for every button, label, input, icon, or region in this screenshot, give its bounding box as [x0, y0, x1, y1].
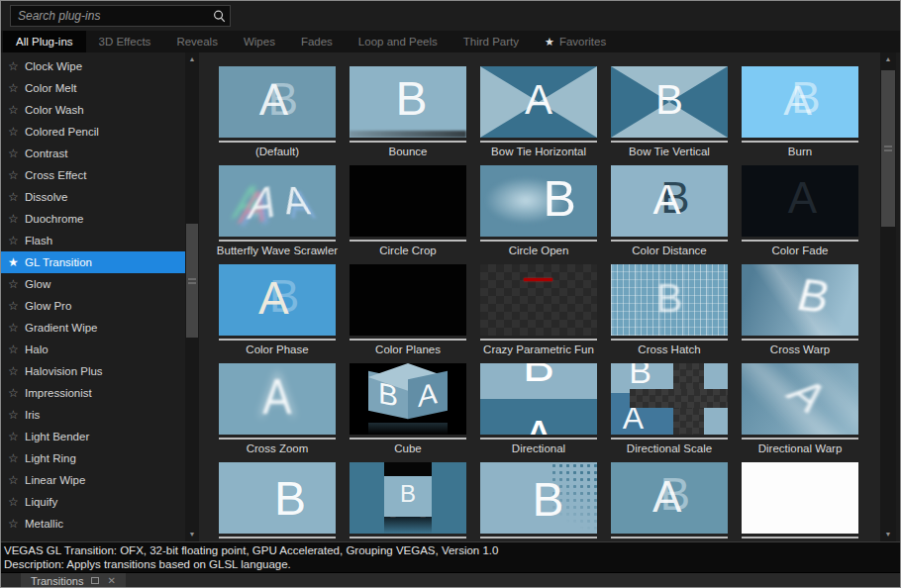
tab-wipes[interactable]: Wipes — [231, 31, 288, 52]
favorite-star-icon[interactable]: ☆ — [8, 343, 25, 356]
search-box[interactable] — [10, 5, 231, 27]
favorite-star-icon[interactable]: ☆ — [8, 473, 25, 487]
transition-tile-butterfly-wave-scrawler[interactable]: AA Butterfly Wave Scrawler — [212, 165, 343, 257]
sidebar-item-gradient-wipe[interactable]: ☆ Gradient Wipe — [1, 317, 185, 339]
tab-third-party[interactable]: Third Party — [450, 31, 532, 52]
scroll-up-icon[interactable]: ▲ — [185, 54, 199, 64]
transitions-window-tab[interactable]: Transitions ✕ — [21, 573, 126, 588]
transition-tile-r5door[interactable]: AB — [343, 462, 473, 541]
favorite-star-icon[interactable]: ☆ — [8, 234, 25, 247]
transition-tile-r5ab[interactable]: BA — [604, 462, 735, 541]
sidebar-item-color-melt[interactable]: ☆ Color Melt — [1, 77, 185, 99]
favorite-star-icon[interactable]: ☆ — [8, 386, 25, 400]
sidebar-item-clock-wipe[interactable]: ☆ Clock Wipe — [1, 55, 185, 77]
tab-reveals[interactable]: Reveals — [163, 31, 231, 52]
sidebar-item-glow[interactable]: ☆ Glow — [1, 273, 185, 295]
grid-scrollbar-thumb[interactable] — [881, 70, 895, 227]
transition-tile-r5dots[interactable]: B — [473, 462, 604, 541]
transition-thumbnail: B — [480, 462, 597, 534]
transition-thumbnail: A — [480, 66, 597, 138]
search-input[interactable] — [11, 9, 208, 23]
favorite-star-icon[interactable]: ☆ — [8, 430, 25, 443]
sidebar-item-iris[interactable]: ☆ Iris — [1, 404, 185, 426]
sidebar-item-halo[interactable]: ☆ Halo — [1, 339, 185, 360]
sidebar-item-cross-effect[interactable]: ☆ Cross Effect — [1, 164, 185, 186]
favorite-star-icon[interactable]: ☆ — [8, 408, 25, 422]
thumbnail-underline — [742, 240, 858, 242]
sidebar-item-item[interactable]: ☆ — [1, 535, 185, 541]
transition-tile-default[interactable]: BA (Default) — [212, 66, 343, 158]
transition-tile-color-planes[interactable]: Color Planes — [343, 264, 473, 356]
favorite-star-icon[interactable]: ☆ — [8, 81, 25, 95]
sidebar-item-dissolve[interactable]: ☆ Dissolve — [1, 186, 185, 208]
thumbnail-underline — [480, 339, 597, 341]
favorite-star-icon[interactable]: ☆ — [8, 495, 25, 509]
transition-tile-circle-crop[interactable]: Circle Crop — [343, 165, 473, 257]
favorite-star-icon[interactable]: ☆ — [8, 299, 25, 313]
sidebar-item-colored-pencil[interactable]: ☆ Colored Pencil — [1, 121, 185, 143]
sidebar-item-flash[interactable]: ☆ Flash — [1, 230, 185, 251]
favorite-star-icon[interactable]: ☆ — [8, 321, 25, 335]
sidebar-item-linear-wipe[interactable]: ☆ Linear Wipe — [1, 469, 185, 491]
scroll-up-icon[interactable]: ▲ — [880, 54, 896, 64]
transition-tile-crazy-parametric-fun[interactable]: Crazy Parametric Fun — [473, 264, 604, 356]
transition-tile-color-phase[interactable]: BA Color Phase — [212, 264, 343, 356]
scroll-down-icon[interactable]: ▼ — [185, 530, 199, 539]
transition-tile-bounce[interactable]: B Bounce — [343, 66, 473, 158]
transition-tile-r5b[interactable]: B — [212, 462, 343, 541]
transition-tile-bow-tie-horizontal[interactable]: A Bow Tie Horizontal — [473, 66, 604, 158]
sidebar-scrollbar-thumb[interactable] — [186, 224, 198, 338]
tab-loop-and-peels[interactable]: Loop and Peels — [346, 31, 450, 52]
transition-tile-cross-zoom[interactable]: AA Cross Zoom — [212, 363, 343, 455]
favorite-star-icon[interactable]: ★ — [8, 255, 25, 269]
transition-tile-cube[interactable]: BA Cube — [343, 363, 473, 455]
sidebar-item-color-wash[interactable]: ☆ Color Wash — [1, 99, 185, 121]
tab-all-plug-ins[interactable]: All Plug-ins — [3, 31, 86, 52]
grid-scrollbar[interactable]: ▲ ▼ — [880, 52, 896, 541]
transition-tile-bow-tie-vertical[interactable]: B Bow Tie Vertical — [604, 66, 735, 158]
sidebar-item-light-bender[interactable]: ☆ Light Bender — [1, 426, 185, 447]
tab-3d-effects[interactable]: 3D Effects — [86, 31, 164, 52]
transition-tile-circle-open[interactable]: B Circle Open — [473, 165, 604, 257]
favorite-star-icon[interactable]: ☆ — [8, 125, 25, 139]
sidebar-item-halovision-plus[interactable]: ☆ Halovision Plus — [1, 360, 185, 382]
sidebar-item-duochrome[interactable]: ☆ Duochrome — [1, 208, 185, 230]
search-icon[interactable] — [208, 9, 230, 24]
favorite-star-icon[interactable]: ☆ — [8, 364, 25, 378]
transition-tile-burn[interactable]: BA Burn — [735, 66, 865, 158]
tab-favorites[interactable]: ★ Favorites — [532, 31, 619, 52]
close-icon[interactable]: ✕ — [107, 576, 115, 586]
sidebar-item-glow-pro[interactable]: ☆ Glow Pro — [1, 295, 185, 317]
thumbnail-underline — [350, 240, 466, 242]
sidebar-item-gl-transition[interactable]: ★ GL Transition — [1, 251, 185, 273]
transition-tile-directional[interactable]: BA Directional — [473, 363, 604, 455]
sidebar-scrollbar[interactable]: ▲ ▼ — [185, 52, 199, 541]
sidebar-item-liquify[interactable]: ☆ Liquify — [1, 491, 185, 513]
transition-thumbnail — [350, 165, 466, 237]
transition-tile-color-fade[interactable]: A Color Fade — [735, 165, 865, 257]
favorite-star-icon[interactable]: ☆ — [8, 168, 25, 182]
favorite-star-icon[interactable]: ☆ — [8, 190, 25, 204]
transition-tile-white[interactable] — [735, 462, 865, 541]
thumbnail-letter: A — [245, 178, 282, 226]
sidebar-item-metallic[interactable]: ☆ Metallic — [1, 513, 185, 535]
sidebar-item-contrast[interactable]: ☆ Contrast — [1, 143, 185, 164]
tab-fades[interactable]: Fades — [288, 31, 346, 52]
transition-tile-cross-hatch[interactable]: B Cross Hatch — [604, 264, 735, 356]
favorite-star-icon[interactable]: ☆ — [8, 212, 25, 226]
scroll-down-icon[interactable]: ▼ — [880, 530, 896, 539]
transition-tile-directional-warp[interactable]: A Directional Warp — [735, 363, 865, 455]
transition-tile-directional-scale[interactable]: BA Directional Scale — [604, 363, 735, 455]
favorite-star-icon[interactable]: ☆ — [8, 451, 25, 465]
sidebar-item-light-ring[interactable]: ☆ Light Ring — [1, 447, 185, 469]
favorite-star-icon[interactable]: ☆ — [8, 59, 25, 73]
favorite-star-icon[interactable]: ☆ — [8, 103, 25, 117]
thumbnail-underline — [480, 537, 597, 539]
transition-tile-cross-warp[interactable]: B Cross Warp — [735, 264, 865, 356]
favorite-star-icon[interactable]: ☆ — [8, 147, 25, 160]
favorite-star-icon[interactable]: ☆ — [8, 517, 25, 531]
transition-tile-color-distance[interactable]: BA Color Distance — [604, 165, 735, 257]
favorite-star-icon[interactable]: ☆ — [8, 277, 25, 291]
sidebar-item-impressionist[interactable]: ☆ Impressionist — [1, 382, 185, 404]
restore-icon[interactable] — [91, 577, 99, 584]
